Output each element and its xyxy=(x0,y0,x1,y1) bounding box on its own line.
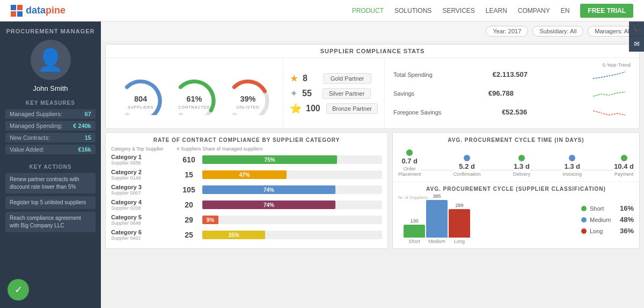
sidebar-title: PROCUREMENT MANAGER xyxy=(6,22,94,40)
cycle-connector xyxy=(481,170,513,170)
bar-value: 385 xyxy=(433,194,441,199)
legend-area: Short 16% Medium 48% Long 36% xyxy=(581,195,634,244)
category-info: Category 6 Supplier 0401 xyxy=(111,229,175,241)
avatar-icon: 👤 xyxy=(37,47,64,73)
bar-wrap: 35% xyxy=(202,231,382,239)
nav-company[interactable]: COMPANY xyxy=(518,7,550,15)
cycle-dot xyxy=(569,155,575,161)
measure-row: New Contracts:15 xyxy=(5,133,96,142)
category-info: Category 5 Supplier 0648 xyxy=(111,214,175,226)
svg-text:UNLISTED: UNLISTED xyxy=(237,104,260,109)
supplier-name: Supplier 0056 xyxy=(111,160,175,166)
navbar: datapine PRODUCT SOLUTIONS SERVICES LEAR… xyxy=(0,0,644,22)
free-trial-button[interactable]: FREE TRIAL xyxy=(580,4,633,18)
phone-icon-button[interactable]: 📞 xyxy=(629,22,644,37)
category-name: Category 3 xyxy=(111,184,175,190)
svg-text:CONTRACTED: CONTRACTED xyxy=(179,104,210,109)
svg-rect-1 xyxy=(17,5,23,10)
action-button[interactable]: Register top 5 unlisted suppliers xyxy=(5,196,96,209)
cycle-bottom: AVG. PROCUREMENT CYCLE (SUPPLIER CLASSIF… xyxy=(393,182,639,248)
compliance-bar: 74% xyxy=(202,200,335,209)
spending-value: €96.788 xyxy=(488,89,514,97)
bar-value: 289 xyxy=(455,203,463,208)
bar-wrap: 75% xyxy=(202,155,382,164)
supplier-stats-panel: SUPPLIER COMPLIANCE STATS 804 SUPPLIERS … xyxy=(105,44,640,129)
gauge-item: 39% UNLISTED xyxy=(224,72,272,115)
legend-dot xyxy=(581,217,587,223)
cycle-value: 5.2 d xyxy=(459,162,475,170)
legend-dot xyxy=(581,206,587,211)
legend-pct: 16% xyxy=(620,204,634,212)
cycle-value: 0.7 d xyxy=(401,157,418,165)
logo-icon xyxy=(11,5,23,17)
key-actions-label: KEY ACTIONS xyxy=(30,164,72,170)
action-button[interactable]: Reach compliance agreement with Big Comp… xyxy=(5,212,96,232)
stats-body: 804 SUPPLIERS 61% CONTRACTED 39% UNLISTE… xyxy=(106,58,639,128)
bar-value: 130 xyxy=(410,218,418,224)
stats-title: SUPPLIER COMPLIANCE STATS xyxy=(106,45,639,58)
legend-name: Long xyxy=(590,228,617,234)
partner-count: 100 xyxy=(306,104,322,113)
bronze-star-icon: ⭐ xyxy=(290,103,302,114)
partner-name: Bronze Partner xyxy=(326,103,378,114)
key-measures: Managed Suppliers:67Managed Spending:€ 2… xyxy=(0,109,101,156)
cycle-connector xyxy=(530,170,562,170)
svg-rect-2 xyxy=(11,11,16,17)
category-name: Category 1 xyxy=(111,154,175,160)
legend-row: Long 36% xyxy=(581,227,634,235)
cycle-connector xyxy=(421,170,453,170)
logo[interactable]: datapine xyxy=(11,5,65,17)
chart-bar: 289 Long xyxy=(449,203,470,244)
cycle-value: 1.3 d xyxy=(514,162,530,170)
cycle-title: AVG. PROCUREMENT CYCLE TIME (IN DAYS) xyxy=(398,137,634,143)
partner-row: ★ 8 Gold Partner xyxy=(290,73,378,84)
bar-label: Long xyxy=(454,239,465,244)
nav-lang[interactable]: EN xyxy=(561,7,570,15)
nav-product[interactable]: PRODUCT xyxy=(352,7,384,15)
gauges-section: 804 SUPPLIERS 61% CONTRACTED 39% UNLISTE… xyxy=(106,58,283,128)
nav-links: PRODUCT SOLUTIONS SERVICES LEARN COMPANY… xyxy=(352,4,633,18)
chart-bar: 385 Medium xyxy=(426,194,448,244)
subsidiary-filter[interactable]: Subsidiary: All xyxy=(532,26,583,37)
gauge-item: 804 SUPPLIERS xyxy=(116,72,165,115)
measure-value: €16k xyxy=(78,146,91,153)
measure-value: € 240k xyxy=(73,123,91,129)
partner-count: 8 xyxy=(303,74,319,83)
supplier-count: 15 xyxy=(175,170,202,179)
measure-row: Managed Spending:€ 240k xyxy=(5,121,96,131)
bar-chart-area: 130 Short385 Medium289 Long xyxy=(398,201,576,244)
spending-row: Total Spending €2.113.507 xyxy=(393,68,631,81)
partner-row: ✦ 55 Silver Partner xyxy=(290,88,378,99)
bar-fill xyxy=(426,200,448,238)
compliance-bar: 9% xyxy=(202,216,218,224)
spending-row: Foregone Savings €52.536 xyxy=(393,105,631,119)
compliance-row: Category 4 Supplier 0208 20 74% xyxy=(111,199,382,211)
compliance-title: RATE OF CONTRACT COMPLIANCE BY SUPPLIER … xyxy=(111,137,382,143)
bar-wrap: 74% xyxy=(202,200,382,209)
compliance-row: Category 3 Supplier 0007 105 74% xyxy=(111,184,382,196)
measure-label: Value Added: xyxy=(10,146,45,153)
nav-solutions[interactable]: SOLUTIONS xyxy=(394,7,431,15)
mail-icon-button[interactable]: ✉ xyxy=(629,37,644,52)
cycle-dot xyxy=(406,149,413,156)
svg-rect-3 xyxy=(17,11,23,17)
svg-text:61%: 61% xyxy=(187,95,202,103)
avatar: 👤 xyxy=(31,40,71,80)
partner-section: ★ 8 Gold Partner✦ 55 Silver Partner⭐ 100… xyxy=(283,58,385,128)
nav-learn[interactable]: LEARN xyxy=(486,7,507,15)
spending-label: Total Spending xyxy=(393,71,433,78)
action-button[interactable]: Renew partner contracts with discount ra… xyxy=(5,173,96,194)
gauge-item: 61% CONTRACTED xyxy=(170,72,218,115)
year-filter[interactable]: Year: 2017 xyxy=(486,26,528,37)
svg-rect-0 xyxy=(11,5,16,10)
cycle-step: 10.4 d Payment xyxy=(614,155,634,177)
supplier-name: Supplier 0208 xyxy=(111,205,175,211)
legend-row: Short 16% xyxy=(581,204,634,212)
nav-services[interactable]: SERVICES xyxy=(442,7,474,15)
category-info: Category 1 Supplier 0056 xyxy=(111,154,175,166)
cycle-dot xyxy=(518,155,525,161)
category-info: Category 2 Supplier 0149 xyxy=(111,169,175,181)
main-content: 📞 ✉ Year: 2017 Subsidiary: All Managers:… xyxy=(101,22,644,308)
bottom-panels: RATE OF CONTRACT COMPLIANCE BY SUPPLIER … xyxy=(105,132,640,249)
cycle-label: Invoicing xyxy=(562,171,582,177)
